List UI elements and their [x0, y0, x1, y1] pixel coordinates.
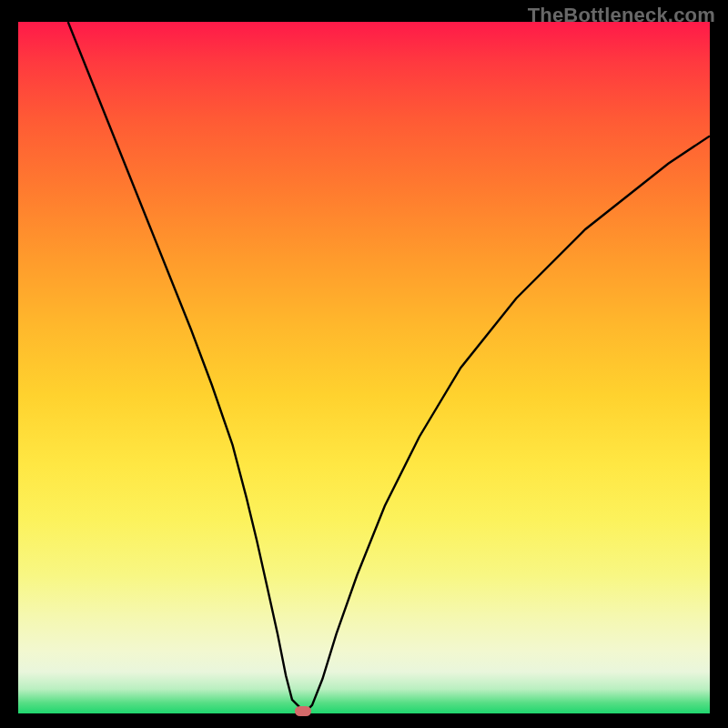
bottleneck-curve [18, 22, 710, 713]
curve-path [68, 22, 710, 712]
plot-area [18, 22, 710, 713]
chart-frame: TheBottleneck.com [0, 0, 728, 728]
optimal-marker [295, 706, 311, 716]
